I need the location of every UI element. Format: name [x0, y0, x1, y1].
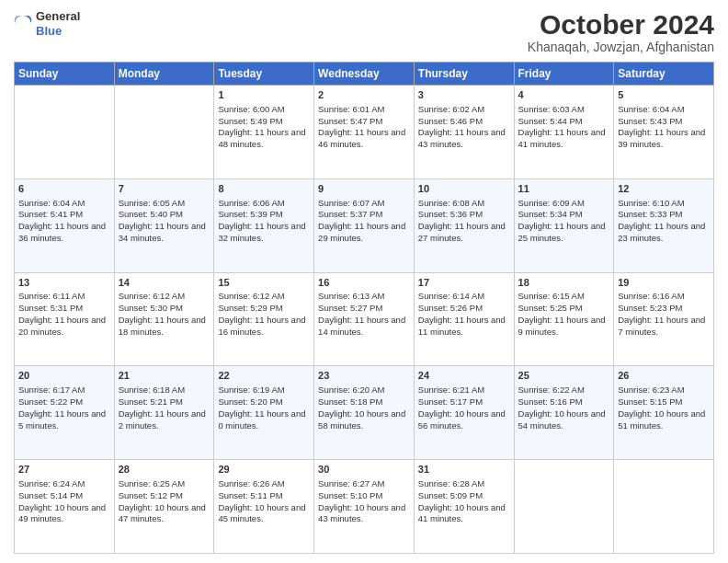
- sunset-text: Sunset: 5:12 PM: [119, 490, 210, 502]
- day-number: 6: [18, 182, 110, 196]
- sunrise-text: Sunrise: 6:15 AM: [518, 291, 610, 303]
- col-thursday: Thursday: [414, 63, 514, 86]
- day-number: 2: [318, 88, 410, 102]
- sunset-text: Sunset: 5:46 PM: [418, 116, 510, 128]
- daylight-text: Daylight: 11 hours and 23 minutes.: [618, 221, 710, 245]
- location: Khanaqah, Jowzjan, Afghanistan: [528, 40, 714, 54]
- sunset-text: Sunset: 5:23 PM: [618, 303, 710, 315]
- sunrise-text: Sunrise: 6:28 AM: [418, 478, 510, 490]
- calendar-cell: 3Sunrise: 6:02 AMSunset: 5:46 PMDaylight…: [414, 86, 514, 179]
- sunrise-text: Sunrise: 6:08 AM: [418, 198, 510, 210]
- calendar-cell: 9Sunrise: 6:07 AMSunset: 5:37 PMDaylight…: [314, 178, 415, 272]
- day-number: 4: [518, 88, 610, 102]
- calendar-cell: 22Sunrise: 6:19 AMSunset: 5:20 PMDayligh…: [214, 366, 314, 460]
- sunset-text: Sunset: 5:43 PM: [618, 116, 710, 128]
- calendar-cell: 11Sunrise: 6:09 AMSunset: 5:34 PMDayligh…: [514, 178, 614, 272]
- calendar-cell: 13Sunrise: 6:11 AMSunset: 5:31 PMDayligh…: [15, 272, 115, 366]
- calendar-cell: 8Sunrise: 6:06 AMSunset: 5:39 PMDaylight…: [214, 178, 314, 272]
- calendar-cell: 7Sunrise: 6:05 AMSunset: 5:40 PMDaylight…: [114, 178, 214, 272]
- sunrise-text: Sunrise: 6:12 AM: [218, 291, 310, 303]
- sunset-text: Sunset: 5:14 PM: [18, 490, 110, 502]
- daylight-text: Daylight: 10 hours and 58 minutes.: [318, 408, 410, 432]
- sunrise-text: Sunrise: 6:04 AM: [618, 104, 710, 116]
- day-number: 17: [418, 276, 510, 290]
- col-tuesday: Tuesday: [214, 63, 314, 86]
- day-number: 24: [418, 369, 510, 383]
- daylight-text: Daylight: 11 hours and 25 minutes.: [518, 221, 610, 245]
- day-number: 13: [18, 276, 110, 290]
- calendar-cell: 31Sunrise: 6:28 AMSunset: 5:09 PMDayligh…: [414, 460, 514, 554]
- col-monday: Monday: [114, 63, 214, 86]
- calendar-cell: [15, 86, 115, 179]
- calendar-cell: [514, 460, 614, 554]
- calendar-cell: [614, 460, 714, 554]
- header: General Blue October 2024 Khanaqah, Jowz…: [14, 9, 714, 54]
- col-wednesday: Wednesday: [314, 63, 415, 86]
- logo: General Blue: [14, 9, 80, 38]
- sunrise-text: Sunrise: 6:07 AM: [318, 198, 410, 210]
- daylight-text: Daylight: 11 hours and 36 minutes.: [18, 221, 110, 245]
- sunrise-text: Sunrise: 6:04 AM: [18, 198, 110, 210]
- calendar-cell: 14Sunrise: 6:12 AMSunset: 5:30 PMDayligh…: [114, 272, 214, 366]
- sunrise-text: Sunrise: 6:19 AM: [218, 385, 310, 396]
- logo-bird-icon: [14, 14, 32, 34]
- sunset-text: Sunset: 5:29 PM: [218, 303, 310, 315]
- sunrise-text: Sunrise: 6:01 AM: [318, 104, 410, 116]
- sunrise-text: Sunrise: 6:00 AM: [218, 104, 310, 116]
- daylight-text: Daylight: 11 hours and 16 minutes.: [218, 315, 310, 339]
- sunrise-text: Sunrise: 6:25 AM: [119, 478, 210, 490]
- sunrise-text: Sunrise: 6:24 AM: [18, 478, 110, 490]
- calendar-week-4: 20Sunrise: 6:17 AMSunset: 5:22 PMDayligh…: [15, 366, 714, 460]
- daylight-text: Daylight: 10 hours and 49 minutes.: [18, 502, 110, 526]
- sunset-text: Sunset: 5:09 PM: [418, 490, 510, 502]
- sunset-text: Sunset: 5:49 PM: [218, 116, 310, 128]
- calendar-cell: 25Sunrise: 6:22 AMSunset: 5:16 PMDayligh…: [514, 366, 614, 460]
- calendar-cell: 20Sunrise: 6:17 AMSunset: 5:22 PMDayligh…: [15, 366, 115, 460]
- calendar-header-row: Sunday Monday Tuesday Wednesday Thursday…: [15, 63, 714, 86]
- calendar-week-1: 1Sunrise: 6:00 AMSunset: 5:49 PMDaylight…: [15, 86, 714, 179]
- day-number: 25: [518, 369, 610, 383]
- calendar-cell: 18Sunrise: 6:15 AMSunset: 5:25 PMDayligh…: [514, 272, 614, 366]
- daylight-text: Daylight: 10 hours and 41 minutes.: [418, 502, 510, 526]
- day-number: 22: [218, 369, 310, 383]
- day-number: 27: [18, 463, 110, 477]
- daylight-text: Daylight: 11 hours and 29 minutes.: [318, 221, 410, 245]
- sunset-text: Sunset: 5:18 PM: [318, 396, 410, 408]
- calendar-cell: 4Sunrise: 6:03 AMSunset: 5:44 PMDaylight…: [514, 86, 614, 179]
- sunset-text: Sunset: 5:21 PM: [119, 396, 210, 408]
- sunset-text: Sunset: 5:36 PM: [418, 209, 510, 221]
- daylight-text: Daylight: 10 hours and 43 minutes.: [318, 502, 410, 526]
- day-number: 12: [618, 182, 710, 196]
- daylight-text: Daylight: 10 hours and 54 minutes.: [518, 408, 610, 432]
- calendar-cell: 17Sunrise: 6:14 AMSunset: 5:26 PMDayligh…: [414, 272, 514, 366]
- calendar-cell: 21Sunrise: 6:18 AMSunset: 5:21 PMDayligh…: [114, 366, 214, 460]
- daylight-text: Daylight: 11 hours and 48 minutes.: [218, 127, 310, 151]
- calendar-cell: 16Sunrise: 6:13 AMSunset: 5:27 PMDayligh…: [314, 272, 415, 366]
- day-number: 3: [418, 88, 510, 102]
- sunrise-text: Sunrise: 6:18 AM: [119, 385, 210, 396]
- sunrise-text: Sunrise: 6:02 AM: [418, 104, 510, 116]
- sunset-text: Sunset: 5:10 PM: [318, 490, 410, 502]
- daylight-text: Daylight: 11 hours and 11 minutes.: [418, 315, 510, 339]
- daylight-text: Daylight: 10 hours and 47 minutes.: [119, 502, 210, 526]
- calendar-cell: 19Sunrise: 6:16 AMSunset: 5:23 PMDayligh…: [614, 272, 714, 366]
- calendar-cell: 5Sunrise: 6:04 AMSunset: 5:43 PMDaylight…: [614, 86, 714, 179]
- day-number: 29: [218, 463, 310, 477]
- calendar-week-3: 13Sunrise: 6:11 AMSunset: 5:31 PMDayligh…: [15, 272, 714, 366]
- col-friday: Friday: [514, 63, 614, 86]
- sunrise-text: Sunrise: 6:22 AM: [518, 385, 610, 396]
- sunrise-text: Sunrise: 6:05 AM: [119, 198, 210, 210]
- daylight-text: Daylight: 11 hours and 39 minutes.: [618, 127, 710, 151]
- daylight-text: Daylight: 10 hours and 45 minutes.: [218, 502, 310, 526]
- sunset-text: Sunset: 5:20 PM: [218, 396, 310, 408]
- calendar-cell: 15Sunrise: 6:12 AMSunset: 5:29 PMDayligh…: [214, 272, 314, 366]
- sunrise-text: Sunrise: 6:10 AM: [618, 198, 710, 210]
- day-number: 16: [318, 276, 410, 290]
- day-number: 10: [418, 182, 510, 196]
- sunrise-text: Sunrise: 6:17 AM: [18, 385, 110, 396]
- day-number: 30: [318, 463, 410, 477]
- sunrise-text: Sunrise: 6:27 AM: [318, 478, 410, 490]
- sunset-text: Sunset: 5:31 PM: [18, 303, 110, 315]
- sunrise-text: Sunrise: 6:03 AM: [518, 104, 610, 116]
- calendar-week-2: 6Sunrise: 6:04 AMSunset: 5:41 PMDaylight…: [15, 178, 714, 272]
